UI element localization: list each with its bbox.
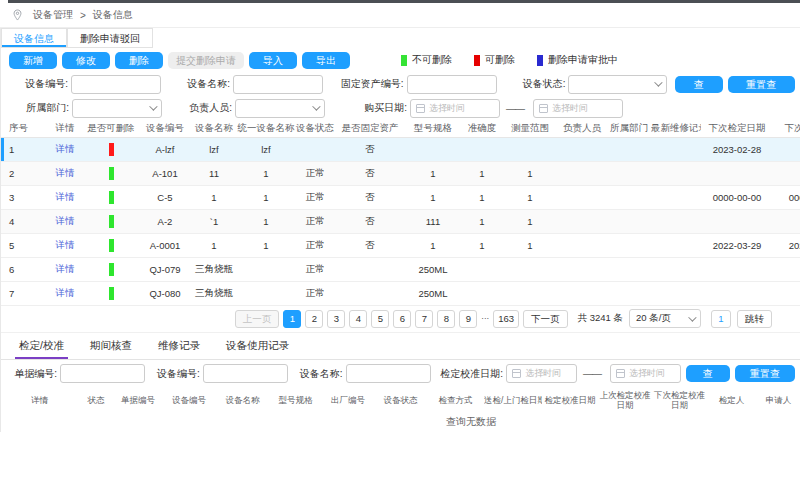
window-top-strip xyxy=(8,0,800,3)
detail-device-name-input[interactable] xyxy=(346,364,431,383)
cell-accuracy xyxy=(461,281,503,305)
page-8[interactable]: 8 xyxy=(437,310,455,328)
purchase-date-start-input[interactable]: 选择时间 xyxy=(410,99,500,118)
verify-date-end-input[interactable]: 选择时间 xyxy=(610,364,681,383)
detail-link[interactable]: 详情 xyxy=(56,215,75,226)
device-name-input[interactable] xyxy=(233,75,323,94)
cell-next_verify xyxy=(701,209,773,233)
cell-accuracy xyxy=(461,257,503,281)
page-3[interactable]: 3 xyxy=(327,310,345,328)
detail-link[interactable]: 详情 xyxy=(56,263,75,274)
delete-button[interactable]: 删除 xyxy=(115,52,163,69)
table-row[interactable]: 4详情A-2`11正常否11111 xyxy=(1,209,800,233)
cell-owner xyxy=(557,161,607,185)
detail-col-0: 详情 xyxy=(1,388,78,414)
cell-uniform_name: 1 xyxy=(237,185,295,209)
page-size-select[interactable]: 20 条/页 xyxy=(629,309,701,328)
page-9[interactable]: 9 xyxy=(459,310,477,328)
legend-label: 不可删除 xyxy=(412,53,452,67)
cell-removable xyxy=(83,209,139,233)
fixed-asset-code-input[interactable] xyxy=(407,75,497,94)
order-no-label: 单据编号: xyxy=(7,367,57,381)
detail-tabs: 检定/校准 期间核查 维修记录 设备使用记录 xyxy=(1,332,800,360)
cell-detail: 详情 xyxy=(47,281,83,305)
table-row[interactable]: 7详情QJ-080三角烧瓶正常250ML xyxy=(1,281,800,305)
tab-repair-records[interactable]: 维修记录 xyxy=(158,339,200,359)
cell-detail: 详情 xyxy=(47,185,83,209)
submit-delete-request-button[interactable]: 提交删除申请 xyxy=(168,52,244,69)
detail-link[interactable]: 详情 xyxy=(56,167,75,178)
cell-repair xyxy=(651,233,701,257)
jump-button[interactable]: 跳转 xyxy=(737,310,772,328)
page-4[interactable]: 4 xyxy=(349,310,367,328)
owner-select[interactable] xyxy=(235,99,325,118)
jump-page-input[interactable]: 1 xyxy=(711,310,731,328)
tab-device-usage-records[interactable]: 设备使用记录 xyxy=(226,339,289,359)
chevron-down-icon xyxy=(688,313,696,321)
cell-model: 1 xyxy=(405,185,461,209)
device-status-select[interactable] xyxy=(568,75,667,94)
import-button[interactable]: 导入 xyxy=(249,52,297,69)
tab-verification-calibration[interactable]: 检定/校准 xyxy=(19,339,64,359)
verify-date-start-input[interactable]: 选择时间 xyxy=(506,364,577,383)
table-row[interactable]: 2详情A-101111正常否111 xyxy=(1,161,800,185)
add-button[interactable]: 新增 xyxy=(9,52,57,69)
cell-status xyxy=(295,137,335,161)
main-col-6: 设备状态 xyxy=(295,120,335,137)
purchase-date-end-input[interactable]: 选择时间 xyxy=(533,99,623,118)
table-row[interactable]: 5详情A-000111正常否1112022-03-292022-03-29 xyxy=(1,233,800,257)
cell-owner xyxy=(557,233,607,257)
cell-dept xyxy=(607,137,651,161)
cell-fixed_asset: 否 xyxy=(335,233,405,257)
page-6[interactable]: 6 xyxy=(393,310,411,328)
detail-reset-button[interactable]: 重置查询 xyxy=(735,365,795,382)
table-row[interactable]: 1详情A-lzflzflzf否2023-02-28 xyxy=(1,137,800,161)
detail-device-code-input[interactable] xyxy=(203,364,288,383)
status-legend: 不可删除 可删除 删除申请审批中 xyxy=(401,53,640,67)
cell-fixed_asset xyxy=(335,257,405,281)
chevron-down-icon xyxy=(312,102,320,110)
prev-page-button[interactable]: 上一页 xyxy=(235,310,280,328)
page-2[interactable]: 2 xyxy=(305,310,323,328)
edit-button[interactable]: 修改 xyxy=(62,52,110,69)
date-placeholder: 选择时间 xyxy=(525,367,561,380)
table-row[interactable]: 6详情QJ-079三角烧瓶正常250ML xyxy=(1,257,800,281)
tab-delete-request-rejected[interactable]: 删除申请驳回 xyxy=(67,28,153,48)
main-col-13: 最新维修记录 xyxy=(651,120,701,137)
cell-code: A-0001 xyxy=(139,233,191,257)
table-row[interactable]: 3详情C-511正常否1110000-00-000000-00-00 xyxy=(1,185,800,209)
cell-owner xyxy=(557,209,607,233)
cell-dept xyxy=(607,233,651,257)
page-163[interactable]: 163 xyxy=(493,310,519,328)
cell-range xyxy=(503,137,557,161)
main-tabs: 设备信息 删除申请驳回 xyxy=(1,28,800,48)
detail-link[interactable]: 详情 xyxy=(56,287,75,298)
cell-next_cal xyxy=(773,161,800,185)
detail-search-button[interactable]: 查询 xyxy=(686,365,730,382)
search-button[interactable]: 查询 xyxy=(675,76,723,93)
detail-link[interactable]: 详情 xyxy=(56,191,75,202)
next-page-button[interactable]: 下一页 xyxy=(523,310,568,328)
detail-col-10: 检定校准日期 xyxy=(542,388,598,414)
main-col-8: 型号规格 xyxy=(405,120,461,137)
page-5[interactable]: 5 xyxy=(371,310,389,328)
tab-interim-check[interactable]: 期间核查 xyxy=(90,339,132,359)
cell-num: 5 xyxy=(1,233,47,257)
export-button[interactable]: 导出 xyxy=(302,52,350,69)
page-1[interactable]: 1 xyxy=(283,310,301,328)
page-7[interactable]: 7 xyxy=(415,310,433,328)
reset-search-button[interactable]: 重置查询 xyxy=(728,76,795,93)
order-no-input[interactable] xyxy=(60,364,145,383)
department-select[interactable] xyxy=(72,99,162,118)
detail-col-9: 送检/上门检日期 xyxy=(484,388,542,414)
device-code-input[interactable] xyxy=(71,75,161,94)
detail-link[interactable]: 详情 xyxy=(56,239,75,250)
cell-status: 正常 xyxy=(295,185,335,209)
breadcrumb-section[interactable]: 设备管理 xyxy=(33,8,73,22)
tab-device-info[interactable]: 设备信息 xyxy=(1,28,67,48)
cell-uniform_name: 1 xyxy=(237,209,295,233)
detail-link[interactable]: 详情 xyxy=(56,143,75,154)
cell-num: 7 xyxy=(1,281,47,305)
cell-accuracy xyxy=(461,137,503,161)
cell-fixed_asset: 否 xyxy=(335,209,405,233)
